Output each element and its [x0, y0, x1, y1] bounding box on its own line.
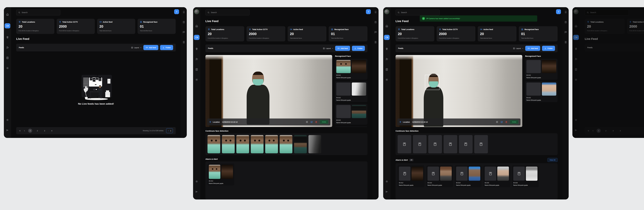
folder-button[interactable]: Folder	[160, 45, 173, 50]
collapse-left-icon[interactable]	[385, 190, 388, 193]
page-size-select[interactable]: 1	[166, 128, 173, 133]
layout-dropdown[interactable]: Layout	[513, 47, 524, 49]
live-feed-nav-active[interactable]	[194, 35, 200, 40]
collapse-left-icon[interactable]	[574, 129, 578, 132]
page-3[interactable]: 3	[42, 130, 47, 132]
brightness-icon[interactable]	[195, 180, 198, 183]
search-bar[interactable]	[206, 9, 250, 15]
add-feed-button[interactable]: Add feed	[525, 46, 540, 51]
edit-feed-icon[interactable]	[500, 121, 503, 123]
chat-icon[interactable]	[374, 31, 377, 33]
first-page-button[interactable]	[19, 130, 21, 132]
alarm-face-card[interactable]: ID:212 Name:Shivyank gupta	[208, 163, 234, 186]
alarm-face-card[interactable]: ID:216 Name:Shivyank gupta	[512, 165, 539, 187]
chat-icon[interactable]	[182, 31, 185, 33]
receipt-icon[interactable]	[564, 41, 567, 43]
user-avatar[interactable]	[194, 9, 199, 14]
home-icon[interactable]	[195, 24, 198, 27]
clipboard-icon[interactable]	[182, 21, 185, 23]
expand-panel-button[interactable]	[556, 9, 561, 14]
cctv-webcam-icon[interactable]	[574, 47, 578, 50]
receipt-icon[interactable]	[374, 41, 377, 43]
layout-dropdown[interactable]: Layout	[323, 47, 333, 49]
page-4[interactable]: 4	[618, 130, 622, 132]
masked-face-thumb[interactable]	[236, 135, 249, 153]
masked-face-thumb[interactable]	[251, 135, 264, 153]
profile-face-thumb[interactable]	[308, 135, 321, 153]
folder-button[interactable]: Folder	[352, 46, 365, 51]
search-bar[interactable]	[16, 9, 60, 15]
alarm-face-card[interactable]: ID:215 Name:Shivyank gupta	[484, 165, 510, 187]
collapse-left-icon[interactable]	[6, 129, 9, 132]
chat-icon[interactable]	[564, 31, 567, 33]
page-1[interactable]: 1	[596, 129, 601, 133]
add-user-icon[interactable]	[574, 58, 578, 61]
page-2[interactable]: 2	[604, 130, 608, 132]
expand-panel-button[interactable]	[366, 9, 371, 14]
bookmark-icon[interactable]	[564, 11, 567, 13]
page-1[interactable]: 1	[28, 129, 32, 133]
live-video-feed[interactable]: Location 12/08/2019 22:22:12 Active	[206, 55, 332, 127]
add-feed-button[interactable]: Add feed	[335, 46, 350, 51]
live-video-feed[interactable]: Location 12/08/2019 22:22:12 Active	[396, 55, 522, 127]
recognized-face-card[interactable]: ID:212 Name:Shivyank gupta	[525, 81, 558, 102]
receipt-icon[interactable]	[182, 41, 185, 43]
expand-feed-icon[interactable]	[306, 121, 308, 123]
clipboard-icon[interactable]	[195, 68, 198, 71]
cctv-webcam-icon[interactable]	[385, 47, 388, 50]
face-placeholder-card[interactable]	[459, 135, 472, 153]
masked-face-thumb[interactable]	[280, 135, 292, 153]
brightness-icon[interactable]	[385, 180, 388, 183]
folder-button[interactable]: Folder	[542, 46, 555, 51]
edit-feed-icon[interactable]	[310, 121, 313, 123]
search-bar[interactable]	[396, 9, 440, 15]
prev-page-button[interactable]	[24, 130, 26, 132]
add-user-icon[interactable]	[6, 46, 9, 49]
hat-man-face-thumb[interactable]	[294, 135, 307, 153]
home-icon[interactable]	[6, 13, 9, 16]
clipboard-icon[interactable]	[564, 21, 567, 23]
alarm-face-card[interactable]: ID:212 Name:Shivyank gupta	[398, 165, 424, 187]
expand-panel-button[interactable]	[174, 9, 179, 14]
live-feed-nav-active[interactable]	[384, 35, 390, 40]
brightness-icon[interactable]	[574, 118, 578, 121]
search-bar[interactable]	[585, 9, 629, 15]
add-feed-button[interactable]: Add feed	[143, 45, 158, 50]
bookmark-icon[interactable]	[182, 11, 185, 13]
face-placeholder-card[interactable]	[398, 135, 411, 153]
delete-feed-icon[interactable]	[505, 121, 508, 123]
user-avatar[interactable]	[574, 9, 578, 14]
cctv-webcam-icon[interactable]	[6, 36, 9, 39]
page-4[interactable]: 4	[50, 130, 54, 132]
alarm-face-card[interactable]: ID:213 Name:Shivyank gupta	[426, 165, 453, 187]
search-input[interactable]	[590, 11, 627, 13]
add-user-icon[interactable]	[385, 58, 388, 61]
face-placeholder-card[interactable]	[474, 135, 488, 153]
expand-feed-icon[interactable]	[496, 121, 498, 123]
collapse-left-icon[interactable]	[195, 190, 198, 193]
recognized-face-card[interactable]: ID:212 Name:Shivyank gupta	[335, 59, 368, 80]
gear-icon[interactable]	[6, 67, 9, 70]
recognized-face-card[interactable]: ID:212 Name:Shivyank gupta	[525, 59, 558, 80]
user-avatar[interactable]	[384, 9, 389, 14]
recognized-face-card[interactable]: ID:212 Name:Shivyank gupta	[335, 81, 368, 102]
alarm-face-card[interactable]: ID:214 Name:Shivyank gupta	[455, 165, 482, 187]
search-input[interactable]	[211, 11, 248, 13]
face-placeholder-card[interactable]	[413, 135, 426, 153]
masked-face-thumb[interactable]	[265, 135, 278, 153]
live-feed-nav-active[interactable]	[5, 23, 10, 28]
gear-icon[interactable]	[385, 78, 388, 81]
delete-feed-icon[interactable]	[315, 121, 317, 123]
layout-dropdown[interactable]: Layout	[131, 47, 142, 49]
face-placeholder-card[interactable]	[444, 135, 457, 153]
recognized-face-card[interactable]: ID:212 Name:Shivyank gupta	[335, 126, 368, 127]
gear-icon[interactable]	[574, 78, 578, 81]
gear-icon[interactable]	[195, 78, 198, 81]
bookmark-icon[interactable]	[374, 11, 377, 13]
cctv-webcam-icon[interactable]	[195, 47, 198, 50]
view-all-button[interactable]: View All	[548, 158, 558, 162]
page-2[interactable]: 2	[35, 130, 40, 132]
clipboard-icon[interactable]	[385, 68, 388, 71]
clipboard-icon[interactable]	[6, 56, 9, 59]
face-placeholder-card[interactable]	[428, 135, 442, 153]
